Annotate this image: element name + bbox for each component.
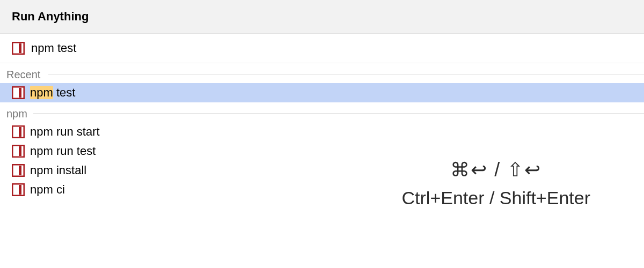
section-recent-label: Recent: [0, 63, 644, 83]
shortcut-text: Ctrl+Enter / Shift+Enter: [402, 184, 591, 212]
npm-item-label: npm ci: [30, 183, 65, 197]
npm-item-label: npm run test: [30, 144, 96, 158]
npm-icon: [12, 86, 25, 99]
npm-icon: [12, 183, 25, 196]
shortcut-symbols: ⌘↩ / ⇧↩: [402, 155, 591, 184]
dialog-title: Run Anything: [12, 10, 632, 24]
npm-icon: [12, 42, 25, 55]
npm-item-label: npm run start: [30, 125, 100, 139]
npm-icon: [12, 125, 25, 138]
query-input[interactable]: npm test: [31, 41, 76, 55]
npm-icon: [12, 164, 25, 177]
recent-item-label: npm test: [30, 86, 75, 100]
dialog-header: Run Anything: [0, 0, 644, 34]
npm-item-label: npm install: [30, 163, 86, 177]
recent-item[interactable]: npm test: [0, 83, 644, 102]
section-npm-label: npm: [0, 102, 644, 122]
shortcut-hint: ⌘↩ / ⇧↩ Ctrl+Enter / Shift+Enter: [402, 155, 591, 212]
npm-item[interactable]: npm run start: [0, 122, 644, 142]
query-row[interactable]: npm test: [0, 34, 644, 63]
npm-icon: [12, 145, 25, 158]
